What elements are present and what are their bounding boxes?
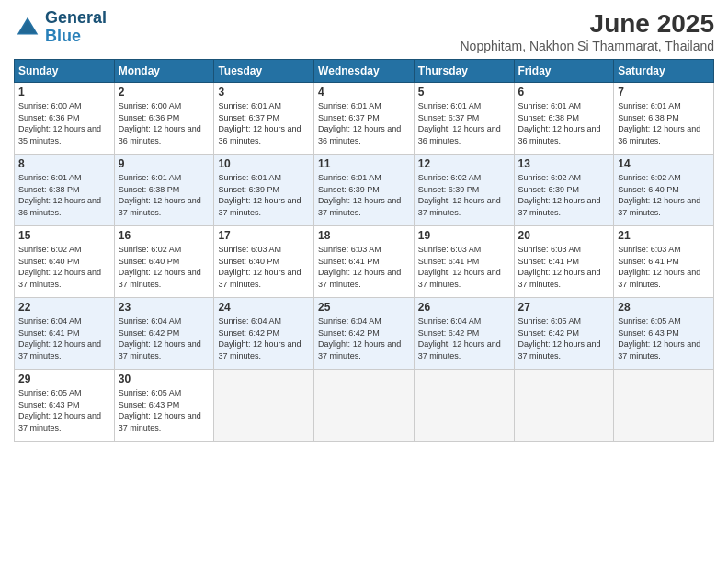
day-number: 20 — [518, 229, 610, 242]
day-number: 8 — [18, 157, 110, 170]
day-number: 10 — [218, 157, 310, 170]
day-info: Sunrise: 6:01 AMSunset: 6:38 PMDaylight:… — [18, 172, 110, 218]
day-info: Sunrise: 6:04 AMSunset: 6:42 PMDaylight:… — [318, 316, 410, 362]
day-info: Sunrise: 6:04 AMSunset: 6:41 PMDaylight:… — [18, 316, 110, 362]
day-number: 16 — [119, 229, 210, 242]
col-tuesday: Tuesday — [214, 60, 314, 83]
table-row: 22Sunrise: 6:04 AMSunset: 6:41 PMDayligh… — [15, 298, 115, 370]
table-row: 21Sunrise: 6:03 AMSunset: 6:41 PMDayligh… — [614, 226, 714, 298]
day-info: Sunrise: 6:01 AMSunset: 6:38 PMDaylight:… — [119, 172, 210, 218]
table-row: 8Sunrise: 6:01 AMSunset: 6:38 PMDaylight… — [15, 155, 115, 226]
day-info: Sunrise: 6:01 AMSunset: 6:39 PMDaylight:… — [218, 172, 310, 218]
table-row: 11Sunrise: 6:01 AMSunset: 6:39 PMDayligh… — [314, 155, 415, 226]
day-number: 22 — [18, 301, 110, 314]
day-number: 12 — [418, 157, 510, 170]
calendar-week-row: 29Sunrise: 6:05 AMSunset: 6:43 PMDayligh… — [15, 370, 714, 442]
table-row: 25Sunrise: 6:04 AMSunset: 6:42 PMDayligh… — [314, 298, 415, 370]
day-number: 13 — [518, 157, 610, 170]
table-row: 9Sunrise: 6:01 AMSunset: 6:38 PMDaylight… — [114, 155, 214, 226]
col-monday: Monday — [114, 60, 214, 83]
day-info: Sunrise: 6:01 AMSunset: 6:39 PMDaylight:… — [318, 172, 410, 218]
table-row — [314, 370, 415, 442]
day-number: 27 — [518, 301, 610, 314]
table-row: 26Sunrise: 6:04 AMSunset: 6:42 PMDayligh… — [414, 298, 514, 370]
col-thursday: Thursday — [414, 60, 514, 83]
day-info: Sunrise: 6:01 AMSunset: 6:37 PMDaylight:… — [418, 100, 510, 146]
day-info: Sunrise: 6:05 AMSunset: 6:43 PMDaylight:… — [618, 316, 710, 362]
table-row: 10Sunrise: 6:01 AMSunset: 6:39 PMDayligh… — [214, 155, 314, 226]
table-row: 3Sunrise: 6:01 AMSunset: 6:37 PMDaylight… — [214, 83, 314, 155]
day-info: Sunrise: 6:05 AMSunset: 6:43 PMDaylight:… — [119, 387, 210, 433]
day-info: Sunrise: 6:00 AMSunset: 6:36 PMDaylight:… — [119, 100, 210, 146]
location: Nopphitam, Nakhon Si Thammarat, Thailand — [460, 39, 714, 53]
day-number: 1 — [18, 86, 110, 98]
table-row: 5Sunrise: 6:01 AMSunset: 6:37 PMDaylight… — [414, 83, 514, 155]
col-friday: Friday — [514, 60, 614, 83]
table-row: 24Sunrise: 6:04 AMSunset: 6:42 PMDayligh… — [214, 298, 314, 370]
table-row — [614, 370, 714, 442]
table-row — [414, 370, 514, 442]
table-row: 18Sunrise: 6:03 AMSunset: 6:41 PMDayligh… — [314, 226, 415, 298]
table-row: 20Sunrise: 6:03 AMSunset: 6:41 PMDayligh… — [514, 226, 614, 298]
day-number: 29 — [18, 373, 110, 385]
table-row: 23Sunrise: 6:04 AMSunset: 6:42 PMDayligh… — [114, 298, 214, 370]
table-row: 14Sunrise: 6:02 AMSunset: 6:40 PMDayligh… — [614, 155, 714, 226]
day-number: 28 — [618, 301, 710, 314]
day-info: Sunrise: 6:03 AMSunset: 6:41 PMDaylight:… — [518, 244, 610, 290]
day-number: 14 — [618, 157, 710, 170]
calendar-week-row: 22Sunrise: 6:04 AMSunset: 6:41 PMDayligh… — [15, 298, 714, 370]
day-number: 17 — [218, 229, 310, 242]
day-info: Sunrise: 6:03 AMSunset: 6:40 PMDaylight:… — [218, 244, 310, 290]
day-info: Sunrise: 6:02 AMSunset: 6:40 PMDaylight:… — [18, 244, 110, 290]
day-number: 9 — [119, 157, 210, 170]
table-row: 16Sunrise: 6:02 AMSunset: 6:40 PMDayligh… — [114, 226, 214, 298]
table-row: 7Sunrise: 6:01 AMSunset: 6:38 PMDaylight… — [614, 83, 714, 155]
day-number: 26 — [418, 301, 510, 314]
table-row — [514, 370, 614, 442]
calendar-header-row: Sunday Monday Tuesday Wednesday Thursday… — [15, 60, 714, 83]
day-number: 4 — [318, 86, 410, 98]
logo: General Blue — [14, 9, 107, 46]
col-sunday: Sunday — [15, 60, 115, 83]
header: General Blue June 2025 Nopphitam, Nakhon… — [14, 9, 714, 53]
day-number: 23 — [119, 301, 210, 314]
calendar-week-row: 15Sunrise: 6:02 AMSunset: 6:40 PMDayligh… — [15, 226, 714, 298]
day-info: Sunrise: 6:02 AMSunset: 6:40 PMDaylight:… — [119, 244, 210, 290]
table-row: 1Sunrise: 6:00 AMSunset: 6:36 PMDaylight… — [15, 83, 115, 155]
day-number: 3 — [218, 86, 310, 98]
day-info: Sunrise: 6:05 AMSunset: 6:42 PMDaylight:… — [518, 316, 610, 362]
table-row: 2Sunrise: 6:00 AMSunset: 6:36 PMDaylight… — [114, 83, 214, 155]
day-info: Sunrise: 6:01 AMSunset: 6:37 PMDaylight:… — [218, 100, 310, 146]
day-info: Sunrise: 6:04 AMSunset: 6:42 PMDaylight:… — [119, 316, 210, 362]
table-row: 27Sunrise: 6:05 AMSunset: 6:42 PMDayligh… — [514, 298, 614, 370]
day-number: 21 — [618, 229, 710, 242]
day-info: Sunrise: 6:04 AMSunset: 6:42 PMDaylight:… — [418, 316, 510, 362]
table-row: 28Sunrise: 6:05 AMSunset: 6:43 PMDayligh… — [614, 298, 714, 370]
day-number: 30 — [119, 373, 210, 385]
day-info: Sunrise: 6:03 AMSunset: 6:41 PMDaylight:… — [418, 244, 510, 290]
day-info: Sunrise: 6:00 AMSunset: 6:36 PMDaylight:… — [18, 100, 110, 146]
logo-text: General Blue — [45, 9, 107, 46]
col-wednesday: Wednesday — [314, 60, 415, 83]
title-section: June 2025 Nopphitam, Nakhon Si Thammarat… — [460, 9, 714, 53]
table-row: 13Sunrise: 6:02 AMSunset: 6:39 PMDayligh… — [514, 155, 614, 226]
day-info: Sunrise: 6:01 AMSunset: 6:37 PMDaylight:… — [318, 100, 410, 146]
logo-line1: General — [45, 9, 107, 28]
table-row — [214, 370, 314, 442]
day-number: 6 — [518, 86, 610, 98]
month-year: June 2025 — [460, 9, 714, 39]
table-row: 29Sunrise: 6:05 AMSunset: 6:43 PMDayligh… — [15, 370, 115, 442]
day-number: 5 — [418, 86, 510, 98]
col-saturday: Saturday — [614, 60, 714, 83]
table-row: 12Sunrise: 6:02 AMSunset: 6:39 PMDayligh… — [414, 155, 514, 226]
day-info: Sunrise: 6:05 AMSunset: 6:43 PMDaylight:… — [18, 387, 110, 433]
calendar-table: Sunday Monday Tuesday Wednesday Thursday… — [14, 59, 714, 442]
day-number: 25 — [318, 301, 410, 314]
logo-line2: Blue — [45, 28, 107, 46]
day-info: Sunrise: 6:02 AMSunset: 6:40 PMDaylight:… — [618, 172, 710, 218]
day-number: 15 — [18, 229, 110, 242]
day-info: Sunrise: 6:02 AMSunset: 6:39 PMDaylight:… — [418, 172, 510, 218]
table-row: 17Sunrise: 6:03 AMSunset: 6:40 PMDayligh… — [214, 226, 314, 298]
table-row: 30Sunrise: 6:05 AMSunset: 6:43 PMDayligh… — [114, 370, 214, 442]
calendar-week-row: 1Sunrise: 6:00 AMSunset: 6:36 PMDaylight… — [15, 83, 714, 155]
